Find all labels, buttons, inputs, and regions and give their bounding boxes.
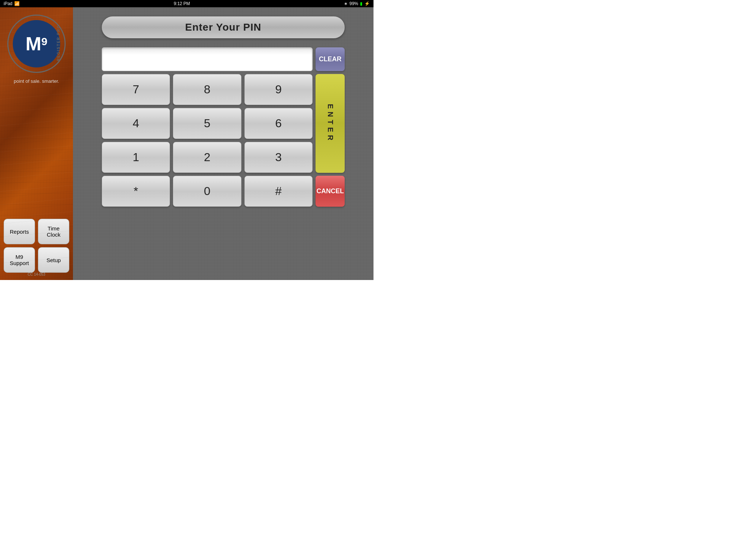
key-hash[interactable]: # [244,176,313,207]
sidebar-buttons: Reports Time Clock M9 Support Setup [4,219,69,273]
key-0[interactable]: 0 [173,176,241,207]
time-display: 9:12 PM [174,1,190,6]
enter-button[interactable]: ENTER [316,74,345,173]
pin-header-text: Enter Your PIN [185,22,261,33]
main-content: M 9 REGISTER PRO point of sale. smarter.… [0,7,374,280]
ipad-label: iPad [4,1,12,6]
time-clock-button[interactable]: Time Clock [38,219,69,244]
key-4[interactable]: 4 [102,108,170,139]
key-5[interactable]: 5 [173,108,241,139]
key-9[interactable]: 9 [244,74,313,105]
enter-label: ENTER [326,104,334,143]
key-7[interactable]: 7 [102,74,170,105]
pin-input-display [102,47,313,71]
key-6[interactable]: 6 [244,108,313,139]
pin-panel: Enter Your PIN CLEAR 7 8 9 ENTER 4 5 6 1… [73,7,374,280]
logo-container: M 9 REGISTER PRO [7,15,66,73]
key-8[interactable]: 8 [173,74,241,105]
register-pro-arc: REGISTER PRO [49,18,67,69]
reports-button[interactable]: Reports [4,219,35,244]
wifi-icon: 📶 [14,1,20,6]
keypad-container: CLEAR 7 8 9 ENTER 4 5 6 1 2 3 * 0 # CANC… [102,47,345,207]
key-star[interactable]: * [102,176,170,207]
sidebar: M 9 REGISTER PRO point of sale. smarter.… [0,7,73,280]
key-1[interactable]: 1 [102,142,170,173]
logo-9: 9 [41,36,47,47]
logo-m: M [26,34,41,53]
clear-button[interactable]: CLEAR [316,47,345,71]
key-3[interactable]: 3 [244,142,313,173]
tagline: point of sale. smarter. [14,78,59,84]
bluetooth-icon: ∗ [344,1,348,6]
logo-text: M 9 [26,34,47,53]
battery-icon: ▮ [360,1,363,6]
battery-percent: 99% [349,1,358,6]
cancel-button[interactable]: CANCEL [316,176,345,207]
copyright-text: CC 14-053 [28,272,45,276]
charging-icon: ⚡ [364,1,370,6]
setup-button[interactable]: Setup [38,247,69,273]
status-bar: iPad 📶 9:12 PM ∗ 99% ▮ ⚡ [0,0,374,7]
pin-header: Enter Your PIN [102,16,345,38]
m9-support-button[interactable]: M9 Support [4,247,35,273]
key-2[interactable]: 2 [173,142,241,173]
